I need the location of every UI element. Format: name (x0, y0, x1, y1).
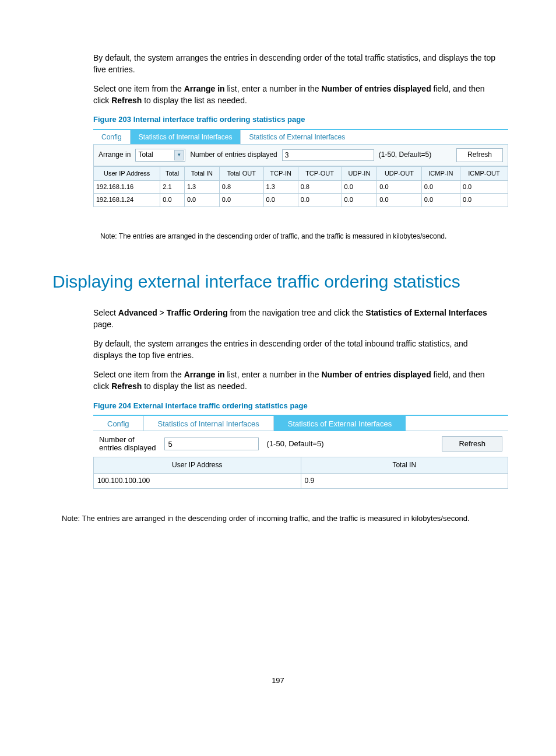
fig204-controls: Number of entries displayed (1-50, Defau… (93, 431, 508, 457)
num-entries-label: Number of entries displayed (190, 150, 277, 160)
fig203-note: Note: The entries are arranged in the de… (100, 232, 504, 242)
refresh-button[interactable]: Refresh (456, 148, 503, 162)
num-entries-input[interactable] (282, 149, 374, 161)
col-user-ip: User IP Address (94, 457, 301, 474)
col-udp-out: UDP-OUT (377, 166, 421, 180)
col-tcp-in: TCP-IN (263, 166, 298, 180)
col-icmp-out: ICMP-OUT (460, 166, 508, 180)
section-heading: Displaying external interface traffic or… (52, 271, 504, 293)
ext-p1: Select Advanced > Traffic Ordering from … (93, 307, 498, 330)
fig203-controls: Arrange in Total ▾ Number of entries dis… (93, 145, 508, 166)
col-tcp-out: TCP-OUT (298, 166, 342, 180)
col-total-in: Total IN (301, 457, 508, 474)
table-row: 192.168.1.24 0.0 0.0 0.0 0.0 0.0 0.0 0.0… (94, 194, 508, 206)
col-total-in: Total IN (184, 166, 219, 180)
col-user-ip: User IP Address (94, 166, 160, 180)
num-entries-hint: (1-50, Default=5) (267, 439, 324, 449)
figure-204-caption: Figure 204 External interface traffic or… (93, 401, 504, 411)
tab-config[interactable]: Config (93, 130, 131, 144)
tab-config[interactable]: Config (93, 416, 144, 431)
col-total-out: Total OUT (219, 166, 263, 180)
num-entries-label: Number of entries displayed (99, 436, 156, 453)
refresh-button[interactable]: Refresh (442, 436, 502, 452)
table-row: 100.100.100.100 0.9 (94, 474, 508, 489)
fig204-table: User IP Address Total IN 100.100.100.100… (93, 457, 508, 489)
tab-stats-external[interactable]: Statistics of External Interfaces (241, 130, 353, 144)
figure-204: Config Statistics of Internal Interfaces… (93, 415, 508, 489)
intro-p1: By default, the system arranges the entr… (93, 52, 498, 75)
fig203-tabs: Config Statistics of Internal Interfaces… (93, 129, 508, 145)
table-row: 192.168.1.16 2.1 1.3 0.8 1.3 0.8 0.0 0.0… (94, 180, 508, 193)
tab-stats-internal[interactable]: Statistics of Internal Interfaces (144, 416, 274, 431)
col-total: Total (160, 166, 185, 180)
col-udp-in: UDP-IN (342, 166, 377, 180)
num-entries-input[interactable] (164, 438, 259, 450)
fig204-note: Note: The entries are arranged in the de… (62, 513, 504, 524)
tab-stats-internal[interactable]: Statistics of Internal Interfaces (131, 130, 241, 144)
arrange-in-select[interactable]: Total ▾ (135, 149, 185, 162)
ext-p3: Select one item from the Arrange in list… (93, 369, 498, 392)
chevron-down-icon: ▾ (174, 150, 184, 160)
figure-203-caption: Figure 203 Internal interface traffic or… (93, 114, 504, 125)
arrange-in-label: Arrange in (98, 150, 131, 160)
ext-p2: By default, the system arranges the entr… (93, 338, 498, 361)
fig203-table: User IP Address Total Total IN Total OUT… (93, 166, 508, 207)
figure-203: Config Statistics of Internal Interfaces… (93, 129, 508, 207)
page-number: 197 (52, 676, 504, 686)
intro-p2: Select one item from the Arrange in list… (93, 83, 498, 106)
fig204-tabs: Config Statistics of Internal Interfaces… (93, 415, 508, 431)
col-icmp-in: ICMP-IN (421, 166, 460, 180)
tab-stats-external[interactable]: Statistics of External Interfaces (274, 416, 406, 431)
num-entries-hint: (1-50, Default=5) (379, 150, 431, 160)
